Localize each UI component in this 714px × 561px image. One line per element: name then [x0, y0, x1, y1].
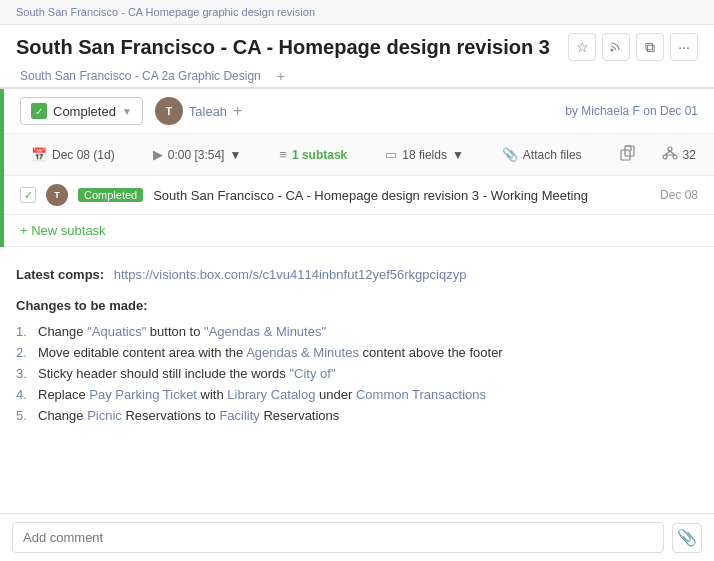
network-icon: [662, 145, 678, 164]
changes-label: Changes to be made:: [16, 298, 147, 313]
star-button[interactable]: ☆: [568, 33, 596, 61]
subtask-row: ✓ T Completed South San Francisco - CA -…: [4, 176, 714, 215]
play-icon: ▶: [153, 147, 163, 162]
content-area: Latest comps: https://visionts.box.com/s…: [0, 247, 714, 442]
fields-button[interactable]: ▭ 18 fields ▼: [374, 142, 475, 167]
subtask-title[interactable]: South San Francisco - CA - Homepage desi…: [153, 188, 588, 203]
comment-bar: 📎: [0, 513, 714, 561]
list-item: 1. Change "Aquatics" button to "Agendas …: [16, 321, 698, 342]
tab-add-button[interactable]: +: [277, 68, 285, 84]
network-button[interactable]: 32: [651, 140, 707, 169]
link-button[interactable]: ⧉: [636, 33, 664, 61]
svg-point-3: [668, 147, 672, 151]
add-assignee-button[interactable]: +: [233, 102, 242, 120]
new-subtask-row[interactable]: + New subtask: [4, 215, 714, 247]
subtask-avatar: T: [46, 184, 68, 206]
latest-comps-label: Latest comps:: [16, 267, 104, 282]
header-actions: ☆ ⧉ ···: [568, 33, 698, 61]
comment-input[interactable]: [12, 522, 664, 553]
star-icon: ☆: [576, 39, 589, 55]
link-icon: ⧉: [645, 39, 655, 56]
subtask-status-badge: Completed: [78, 188, 143, 202]
timer-arrow: ▼: [229, 148, 241, 162]
copy-icon: [620, 145, 636, 164]
status-row: ✓ Completed ▼ T Taleah + by Michaela F o…: [4, 89, 714, 133]
fields-icon: ▭: [385, 147, 397, 162]
latest-comps-link[interactable]: https://visionts.box.com/s/c1vu4114inbnf…: [114, 267, 467, 282]
list-item: 4. Replace Pay Parking Ticket with Libra…: [16, 384, 698, 405]
assignee-area: T Taleah +: [155, 97, 243, 125]
subtask-button[interactable]: ≡ 1 subtask: [268, 142, 358, 167]
breadcrumb: South San Francisco - CA Homepage graphi…: [0, 0, 714, 25]
svg-point-4: [663, 155, 667, 159]
subtask-count: 1 subtask: [292, 148, 347, 162]
attach-comment-button[interactable]: 📎: [672, 523, 702, 553]
timer-button[interactable]: ▶ 0:00 [3:54] ▼: [142, 142, 253, 167]
calendar-icon: 📅: [31, 147, 47, 162]
toolbar-row: 📅 Dec 08 (1d) ▶ 0:00 [3:54] ▼ ≡ 1 subtas…: [4, 133, 714, 176]
rss-button[interactable]: [602, 33, 630, 61]
by-info: by Michaela F on Dec 01: [565, 104, 698, 118]
fields-arrow: ▼: [452, 148, 464, 162]
subtask-icon: ≡: [279, 147, 287, 162]
check-icon: ✓: [31, 103, 47, 119]
latest-comps: Latest comps: https://visionts.box.com/s…: [16, 267, 698, 282]
more-button[interactable]: ···: [670, 33, 698, 61]
avatar: T: [155, 97, 183, 125]
list-item: 2. Move editable content area with the A…: [16, 342, 698, 363]
status-button[interactable]: ✓ Completed ▼: [20, 97, 143, 125]
list-item: 3. Sticky header should still include th…: [16, 363, 698, 384]
status-dropdown-arrow: ▼: [122, 106, 132, 117]
main-header: South San Francisco - CA - Homepage desi…: [0, 25, 714, 65]
paperclip-comment-icon: 📎: [677, 528, 697, 547]
date-button[interactable]: 📅 Dec 08 (1d): [20, 142, 126, 167]
subtask-date: Dec 08: [660, 188, 698, 202]
assignee-name[interactable]: Taleah: [189, 104, 227, 119]
paperclip-icon: 📎: [502, 147, 518, 162]
status-label: Completed: [53, 104, 116, 119]
subtask-checkbox[interactable]: ✓: [20, 187, 36, 203]
attach-button[interactable]: 📎 Attach files: [491, 142, 593, 167]
copy-link-button[interactable]: [609, 140, 647, 169]
page-title: South San Francisco - CA - Homepage desi…: [16, 36, 550, 59]
svg-point-0: [611, 48, 614, 51]
changes-list: 1. Change "Aquatics" button to "Agendas …: [16, 321, 698, 426]
changes-section: Changes to be made: 1. Change "Aquatics"…: [16, 298, 698, 426]
author-name: Michaela F: [581, 104, 640, 118]
rss-icon: [609, 39, 623, 56]
tab-bar: South San Francisco - CA 2a Graphic Desi…: [0, 65, 714, 89]
task-area: ✓ Completed ▼ T Taleah + by Michaela F o…: [0, 89, 714, 247]
tab-graphic-design[interactable]: South San Francisco - CA 2a Graphic Desi…: [16, 65, 269, 87]
more-icon: ···: [678, 39, 690, 55]
network-count: 32: [683, 148, 696, 162]
list-item: 5. Change Picnic Reservations to Facilit…: [16, 405, 698, 426]
svg-point-5: [673, 155, 677, 159]
